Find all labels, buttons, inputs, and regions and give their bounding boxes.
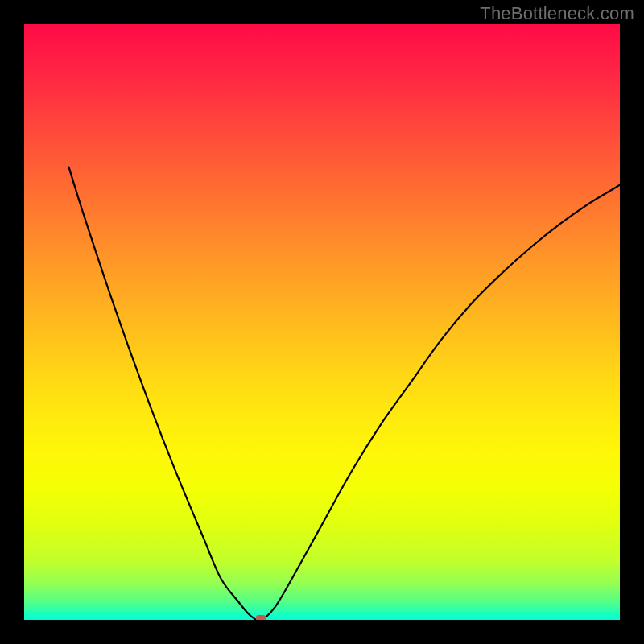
watermark-text: TheBottleneck.com [480, 3, 634, 24]
optimal-point-marker [256, 615, 266, 620]
chart-frame: TheBottleneck.com [0, 0, 644, 644]
bottleneck-curve-svg [24, 24, 620, 620]
bottleneck-curve-path [69, 167, 621, 620]
plot-area [24, 24, 620, 620]
